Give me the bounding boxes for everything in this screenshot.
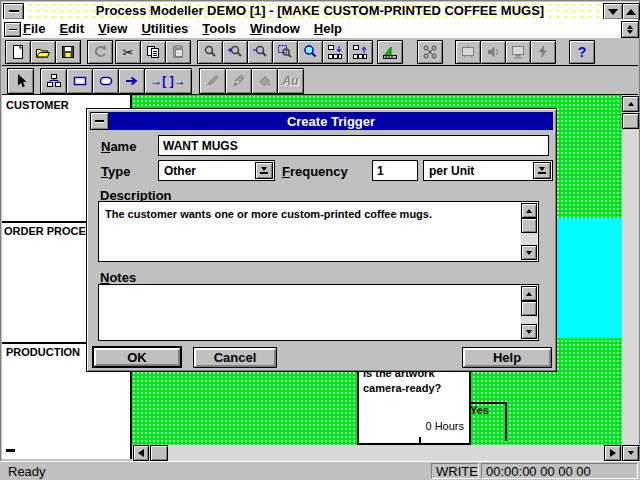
- menu-help[interactable]: Help: [307, 21, 349, 36]
- scroll-thumb[interactable]: [521, 218, 537, 233]
- zoom-out-button[interactable]: [247, 40, 273, 64]
- type-dropdown-button[interactable]: [255, 162, 273, 179]
- help-button[interactable]: ?: [569, 40, 595, 64]
- menu-utilities[interactable]: Utilities: [134, 21, 195, 36]
- copy-icon: [145, 44, 161, 60]
- auto-layout-button[interactable]: [417, 40, 443, 64]
- dropdown-arrow-icon: [539, 167, 545, 171]
- minimize-button[interactable]: [603, 3, 623, 20]
- scroll-thumb[interactable]: [521, 301, 537, 316]
- explode-down-button[interactable]: [322, 40, 348, 64]
- type-dropdown[interactable]: Other: [158, 160, 275, 181]
- scroll-left-button[interactable]: [133, 445, 149, 461]
- sound-button[interactable]: [480, 40, 506, 64]
- scroll-down-button[interactable]: [521, 245, 537, 260]
- scroll-down-icon: [526, 251, 532, 255]
- ok-button[interactable]: OK: [92, 346, 182, 368]
- frequency-input[interactable]: [372, 160, 418, 181]
- dialog-title: Create Trigger: [287, 114, 375, 129]
- dropdown-arrow-icon: [261, 167, 267, 171]
- system-menu-button[interactable]: [3, 3, 24, 20]
- zoom-out-icon: [252, 44, 268, 60]
- help-dialog-button[interactable]: Help: [462, 347, 552, 368]
- notes-scrollbar[interactable]: [521, 286, 537, 339]
- slideshow-button[interactable]: [455, 40, 481, 64]
- line-style-button[interactable]: [199, 68, 226, 94]
- scroll-down-button[interactable]: [622, 445, 639, 461]
- scroll-up-button[interactable]: [622, 96, 639, 112]
- zoom-in-icon: [227, 44, 243, 60]
- restore-up-icon: [627, 25, 633, 29]
- measures-button[interactable]: [377, 40, 403, 64]
- select-tool-button[interactable]: [7, 68, 34, 94]
- menu-tools[interactable]: Tools: [195, 21, 243, 36]
- fill-style-button[interactable]: [251, 68, 278, 94]
- frequency-unit-dropdown[interactable]: per Unit: [423, 160, 553, 181]
- animate-button[interactable]: [530, 40, 556, 64]
- new-document-button[interactable]: [5, 40, 31, 64]
- frequency-unit-dropdown-button[interactable]: [533, 162, 551, 179]
- horizontal-scrollbar[interactable]: [132, 445, 604, 461]
- minimize-icon: [608, 9, 618, 15]
- monitor-button[interactable]: [505, 40, 531, 64]
- dialog-title-bar[interactable]: Create Trigger: [90, 112, 553, 130]
- scroll-up-button[interactable]: [521, 286, 537, 301]
- flow-tool-button[interactable]: [118, 68, 145, 94]
- menu-edit[interactable]: Edit: [52, 21, 91, 36]
- description-scrollbar[interactable]: [521, 203, 537, 260]
- maximize-button[interactable]: [622, 3, 640, 20]
- swimlane-label-order-processing: ORDER PROCES: [4, 225, 93, 237]
- event-tool-button[interactable]: [92, 68, 119, 94]
- dialog-system-menu-button[interactable]: [90, 112, 109, 130]
- vertical-scroll-thumb[interactable]: [622, 113, 639, 129]
- scroll-right-button[interactable]: [604, 445, 621, 461]
- scroll-up-button[interactable]: [521, 203, 537, 218]
- cut-button[interactable]: ✂: [115, 40, 141, 64]
- undo-button[interactable]: [87, 40, 113, 64]
- pen-style-button[interactable]: [225, 68, 252, 94]
- save-button[interactable]: [55, 40, 81, 64]
- undo-icon: [92, 44, 108, 60]
- scroll-down-icon: [628, 451, 634, 455]
- application-window: Process Modeller DEMO [1] - [MAKE CUSTOM…: [0, 0, 640, 480]
- menu-file[interactable]: File: [16, 21, 52, 36]
- animate-icon: [535, 44, 551, 60]
- horizontal-scroll-thumb[interactable]: [150, 445, 168, 461]
- process-tool-button[interactable]: [66, 68, 93, 94]
- text-style-button[interactable]: Au: [277, 68, 304, 94]
- description-textarea[interactable]: The customer wants one or more custom-pr…: [98, 201, 539, 262]
- dropdown-bar: [260, 172, 268, 174]
- main-title-bar: Process Modeller DEMO [1] - [MAKE CUSTOM…: [2, 2, 638, 20]
- menu-view[interactable]: View: [91, 21, 134, 36]
- flow-arrow-icon: [124, 73, 140, 89]
- zoom-button[interactable]: [197, 40, 223, 64]
- open-file-button[interactable]: [30, 40, 56, 64]
- copy-button[interactable]: [140, 40, 166, 64]
- decision-box[interactable]: Is the artwork camera-ready? 0 Hours: [357, 362, 471, 445]
- menu-window[interactable]: Window: [243, 21, 307, 36]
- zoom-selection-icon: [277, 44, 293, 60]
- swimlane-label-customer: CUSTOMER: [6, 99, 69, 111]
- cancel-button[interactable]: Cancel: [193, 347, 277, 368]
- scroll-down-button[interactable]: [521, 324, 537, 339]
- trigger-tool-button[interactable]: →[ ]→: [144, 68, 192, 94]
- scroll-up-icon: [628, 102, 634, 106]
- document-system-menu-icon: [9, 29, 17, 31]
- open-file-icon: [35, 44, 51, 60]
- name-input[interactable]: [158, 135, 549, 156]
- implode-up-button[interactable]: [347, 40, 373, 64]
- notes-textarea[interactable]: [98, 284, 539, 341]
- vertical-scrollbar[interactable]: [622, 95, 639, 445]
- paste-button[interactable]: [165, 40, 191, 64]
- fill-style-icon: [257, 73, 273, 89]
- zoom-in-button[interactable]: [222, 40, 248, 64]
- create-trigger-dialog: Create Trigger Name Type Other Frequency…: [86, 108, 557, 372]
- hierarchy-tool-button[interactable]: [40, 68, 67, 94]
- help-icon: ?: [578, 45, 587, 59]
- drawing-toolbar: →[ ]→ Au: [2, 66, 638, 95]
- document-restore-button[interactable]: [621, 21, 639, 38]
- menu-bar: File Edit View Utilities Tools Window He…: [2, 19, 638, 39]
- browse-button[interactable]: [297, 40, 323, 64]
- zoom-selection-button[interactable]: [272, 40, 298, 64]
- document-system-menu-button[interactable]: [4, 22, 21, 37]
